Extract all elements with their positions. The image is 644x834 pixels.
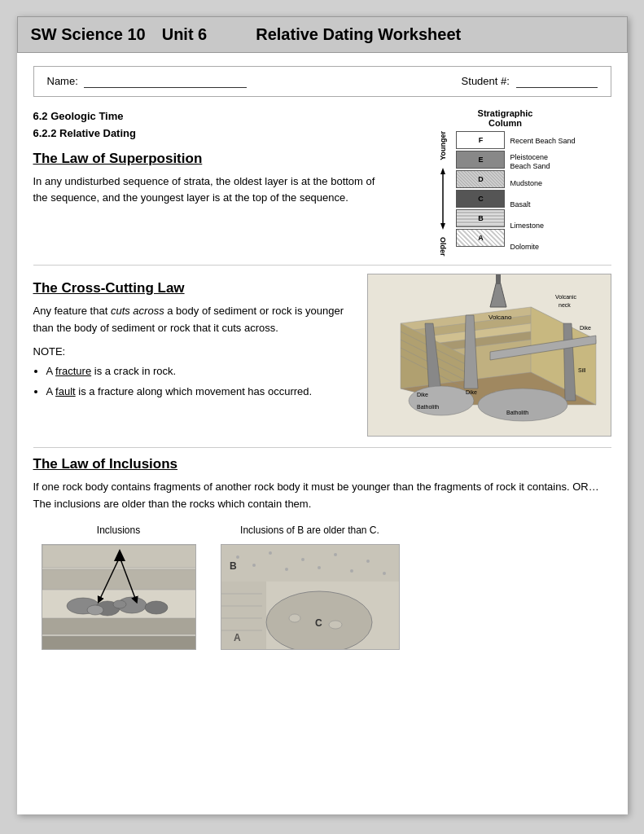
section-left: 6.2 Geologic Time 6.2.2 Relative Dating … xyxy=(33,108,392,257)
inclusions-section: The Law of Inclusions If one rock body c… xyxy=(33,456,611,650)
layer-d: D xyxy=(456,170,505,188)
svg-rect-48 xyxy=(221,545,400,582)
older-label: Older xyxy=(439,237,447,257)
note-section: NOTE: A fracture is a crack in rock. A f… xyxy=(33,344,359,401)
svg-point-39 xyxy=(145,601,168,614)
svg-point-53 xyxy=(301,558,304,561)
svg-text:Volcanic: Volcanic xyxy=(555,294,577,300)
name-field: Name: xyxy=(47,75,248,88)
arrow-svg xyxy=(438,166,448,231)
layer-b: B xyxy=(456,209,505,227)
layer-c: C xyxy=(456,190,505,208)
cross-cutting-text: Any feature that cuts across a body of s… xyxy=(33,303,359,337)
strat-column: Stratigraphic Column Younger Older xyxy=(400,108,611,257)
svg-point-56 xyxy=(350,569,353,573)
svg-point-22 xyxy=(409,386,474,415)
note-label: NOTE: xyxy=(33,344,359,361)
note-list: A fracture is a crack in rock. A fault i… xyxy=(46,363,359,401)
page-content: Name: Student #: 6.2 Geologic Time 6.2.2… xyxy=(17,53,628,663)
student-field: Student #: xyxy=(462,75,598,88)
divider1 xyxy=(33,265,611,266)
fracture-term: fracture xyxy=(55,365,91,377)
section-line2: 6.2.2 Relative Dating xyxy=(33,125,392,143)
svg-point-49 xyxy=(236,555,239,559)
svg-point-40 xyxy=(87,605,103,615)
inclusions-title: The Law of Inclusions xyxy=(33,456,611,472)
svg-point-54 xyxy=(318,566,321,569)
cross-cutting-section: The Cross-Cutting Law Any feature that c… xyxy=(33,274,611,439)
rock-label-e: PleistoceneBeach Sand xyxy=(510,152,575,172)
svg-point-62 xyxy=(289,614,300,622)
svg-text:Dike: Dike xyxy=(580,325,591,331)
svg-text:Dike: Dike xyxy=(466,389,477,395)
svg-point-63 xyxy=(329,621,342,629)
inclusion-item-2: Inclusions of B are older than C. xyxy=(221,525,400,650)
cross-cutting-title: The Cross-Cutting Law xyxy=(33,280,359,296)
rock-label-f: Recent Beach Sand xyxy=(510,131,575,151)
law-superposition-text: In any undisturbed sequence of strata, t… xyxy=(33,173,392,208)
svg-point-41 xyxy=(113,600,126,608)
svg-text:Volcano: Volcano xyxy=(488,314,512,321)
inclusion-label-1: Inclusions xyxy=(97,525,140,536)
name-label: Name: xyxy=(47,75,78,87)
svg-point-23 xyxy=(478,388,567,421)
inclusion-caption-2: Inclusions of B are older than C. xyxy=(240,525,379,536)
svg-rect-42 xyxy=(42,618,196,634)
svg-text:Batholith: Batholith xyxy=(417,404,439,410)
svg-marker-2 xyxy=(440,223,445,230)
inclusion-diagram-1 xyxy=(42,544,196,650)
svg-point-51 xyxy=(269,551,272,555)
inclusion-item-1: Inclusions xyxy=(42,525,196,650)
student-line[interactable] xyxy=(516,75,598,88)
section-info: 6.2 Geologic Time 6.2.2 Relative Dating xyxy=(33,108,392,143)
section-with-strat: 6.2 Geologic Time 6.2.2 Relative Dating … xyxy=(33,108,611,257)
strat-diagram: Younger Older F E D C B xyxy=(435,131,575,257)
strat-title: Stratigraphic Column xyxy=(478,108,533,128)
cuts-across-italic: cuts across xyxy=(111,305,164,317)
inclusions-text: If one rock body contains fragments of a… xyxy=(33,479,611,513)
note-fracture: A fracture is a crack in rock. xyxy=(46,363,359,380)
inclusions-diagrams: Inclusions xyxy=(33,525,611,650)
worksheet-page: SW Science 10 Unit 6 Relative Dating Wor… xyxy=(17,16,628,814)
svg-text:Batholith: Batholith xyxy=(506,410,528,415)
worksheet-title: Relative Dating Worksheet xyxy=(256,25,461,44)
svg-text:neck: neck xyxy=(559,302,571,308)
svg-marker-1 xyxy=(440,168,445,174)
svg-point-55 xyxy=(334,553,337,556)
svg-rect-17 xyxy=(496,274,501,284)
fault-term: fault xyxy=(55,385,76,397)
rock-label-c: Basalt xyxy=(510,195,575,214)
svg-point-57 xyxy=(366,560,370,563)
header-bar: SW Science 10 Unit 6 Relative Dating Wor… xyxy=(17,16,628,53)
sw-science-label: SW Science 10 xyxy=(31,25,146,44)
student-label: Student #: xyxy=(462,75,510,87)
divider2 xyxy=(33,447,611,448)
layer-f: F xyxy=(456,131,505,149)
svg-text:B: B xyxy=(230,560,237,572)
strat-arrow: Younger Older xyxy=(435,131,451,257)
name-line[interactable] xyxy=(84,75,247,88)
rock-label-b: Limestone xyxy=(510,216,575,235)
svg-rect-43 xyxy=(42,636,196,650)
cross-left: The Cross-Cutting Law Any feature that c… xyxy=(33,274,359,439)
layer-e: E xyxy=(456,151,505,169)
svg-point-52 xyxy=(285,568,288,571)
name-row: Name: Student #: xyxy=(33,66,611,97)
rock-label-d: Mudstone xyxy=(510,173,575,193)
rock-label-a: Dolomite xyxy=(510,237,575,257)
cross-cutting-diagram: Volcano Volcanic neck Dike Dike Dike Sil… xyxy=(367,274,611,437)
younger-label: Younger xyxy=(439,131,447,160)
note-fault: A fault is a fracture along which moveme… xyxy=(46,384,359,401)
svg-rect-65 xyxy=(221,582,266,650)
svg-point-58 xyxy=(383,572,386,575)
unit-label: Unit 6 xyxy=(162,25,208,44)
inclusion-diagram-2: B C A xyxy=(221,544,400,650)
svg-text:Sill: Sill xyxy=(578,367,586,373)
strat-rock-labels: Recent Beach Sand PleistoceneBeach Sand … xyxy=(510,131,575,257)
svg-text:C: C xyxy=(315,617,322,629)
law-superposition-title: The Law of Superposition xyxy=(33,151,392,167)
cross-diagram-area: Volcano Volcanic neck Dike Dike Dike Sil… xyxy=(367,274,611,439)
svg-rect-35 xyxy=(42,569,196,590)
strat-layers: F E D C B A xyxy=(456,131,505,257)
svg-text:Dike: Dike xyxy=(417,392,428,397)
